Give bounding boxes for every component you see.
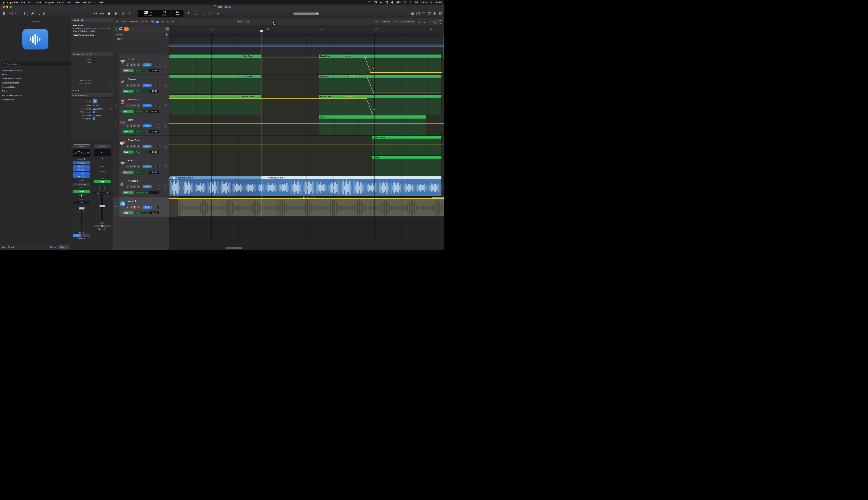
minimize-window-button[interactable] [6, 6, 8, 8]
vocal-region[interactable]: ▶4ΛVocals 1: Take 6○Vocals 2#96 [178, 196, 444, 216]
track-gain-knob[interactable] [163, 164, 168, 169]
zoom-window-button[interactable] [10, 6, 12, 8]
region-header[interactable]: ▶2ΛAcoustic 3: Take 2○ [169, 177, 261, 179]
pan-knob[interactable] [73, 194, 90, 201]
lcd-position[interactable]: 25 4 BAR BEAT [138, 10, 158, 17]
volume-readout[interactable]: -9.4 [102, 192, 111, 194]
plugin-slot[interactable]: AUMultiban [73, 168, 90, 171]
library-item[interactable]: Acoustic Guitar› [0, 85, 34, 89]
track-pan-knob[interactable] [156, 63, 160, 68]
toolbar-toggle-icon[interactable] [20, 11, 26, 16]
catch-playhead-icon[interactable] [115, 20, 119, 24]
arrange-track-lane[interactable]: Bass / Snare [169, 136, 444, 156]
solo-button[interactable]: S [129, 145, 133, 148]
menu-item[interactable]: Edit [26, 1, 34, 4]
automation-value-box[interactable]: +0.0 dB [149, 69, 159, 72]
region-header[interactable]: Bass Drum [169, 55, 261, 58]
complex-checkbox[interactable]: ✓ [93, 117, 95, 120]
horizontal-zoom-knob[interactable] [438, 20, 442, 24]
grid-view-icon[interactable] [150, 20, 155, 24]
focus-moon-icon[interactable] [391, 1, 393, 4]
arrange-area[interactable]: Bass DrumBass Drum+0.0 dB-∞BrooklynBrook… [169, 54, 444, 217]
menubar-clock[interactable]: Tue Oct 28 12:53 PM [421, 1, 442, 4]
lcd-key-signature[interactable]: 4/4 Dmaj [172, 10, 183, 17]
strip-name[interactable]: Stereo Out [94, 228, 111, 230]
note-pads-icon[interactable] [415, 11, 421, 16]
disclosure-icon[interactable]: › [121, 70, 122, 72]
duplicate-track-button[interactable] [119, 27, 122, 31]
automation-parameter-button[interactable]: Volume▾ [135, 171, 148, 174]
automation-value-box[interactable]: +0.0 dB [149, 90, 159, 92]
strip-setting-button[interactable]: Setting [94, 145, 111, 148]
track-gain-knob[interactable] [163, 63, 168, 68]
track-name[interactable]: Toms [128, 119, 133, 121]
library-item[interactable]: Drums and Percussion› [0, 68, 34, 72]
q-reference-checkbox[interactable]: ✓ [93, 111, 95, 113]
view-menu[interactable]: View▾ [141, 20, 150, 23]
automation-parameter-button[interactable]: Volume▾ [135, 110, 148, 113]
automation-mode-button[interactable]: Read▾ [123, 191, 134, 194]
strip-mute-button[interactable]: M [94, 225, 111, 227]
edit-menu[interactable]: Edit▾ [119, 20, 127, 23]
arrange-track-lane[interactable]: ▶4ΛVocals 1: Take 6○Vocals 2#96 [169, 196, 444, 217]
region-header[interactable]: Middle East [319, 95, 442, 98]
arrange-track-lane[interactable]: Hi-Hat [169, 156, 444, 176]
horizontal-scrollbar[interactable] [225, 247, 242, 249]
pan-readout[interactable]: 0.0 [94, 192, 102, 194]
flex-mode-stepper[interactable]: ▲▼ [110, 114, 111, 116]
input-monitor-button[interactable]: I [137, 124, 140, 127]
automation-parameter-button[interactable]: Volume▾ [135, 212, 148, 214]
control-center-icon[interactable] [415, 1, 418, 3]
tuner-icon[interactable] [186, 11, 192, 16]
track-header-acoustic-1[interactable]: 7Acoustic 1MSRITrack›Read▾Display off▾ [113, 176, 169, 196]
loop-icon[interactable]: ○ [321, 197, 322, 199]
track-header-toms[interactable]: 4TomsMSRITrack›Read▾Volume▾+0.0 dB [113, 115, 169, 136]
strip-name[interactable]: Vocals 1 [73, 238, 90, 240]
track-gain-knob[interactable] [163, 124, 168, 128]
region-more-disclosure[interactable]: ▸More [71, 89, 113, 92]
functions-menu[interactable]: Functions▾ [127, 20, 141, 23]
freeze-stepper[interactable]: ▲▼ [110, 108, 111, 110]
automation-mode-button[interactable]: Read▾ [123, 110, 134, 113]
scissors-icon[interactable] [201, 11, 207, 16]
disclosure-icon[interactable]: › [121, 192, 122, 194]
library-item[interactable]: Voice› [0, 72, 34, 77]
menu-item[interactable]: Record [55, 1, 66, 4]
play-button[interactable] [113, 11, 119, 16]
track-header-bass-snare[interactable]: 5Bass / SnareMSRITrack›Read▾Volume▾+0.0 … [113, 136, 169, 156]
region-header[interactable]: Brooklyn [319, 75, 442, 78]
record-enable-button[interactable]: R [133, 104, 136, 107]
channel-value[interactable]: Audio 3 [93, 104, 99, 106]
library-action-menu-icon[interactable]: ⊖▾ [2, 246, 5, 249]
audio-region[interactable]: ▶2ΛAcoustic 3: Take 2○ [261, 176, 442, 196]
region-header[interactable]: ▶2ΛAcoustic 3: Take 2○ [261, 177, 442, 179]
region-header[interactable]: Bass Drum [319, 55, 442, 58]
automation-mode-button[interactable]: Read▾ [123, 171, 134, 174]
wifi-icon[interactable] [403, 1, 407, 3]
cycle-button[interactable] [127, 11, 133, 16]
region-inspector-header[interactable]: ▾Region: Acoustic 3 [71, 52, 113, 56]
editors-pencil-icon[interactable] [41, 11, 47, 16]
tempo-lane[interactable] [169, 37, 444, 54]
record-enable-button[interactable]: R [133, 145, 136, 148]
disclosure-icon[interactable]: › [121, 212, 122, 214]
apple-menu-icon[interactable] [2, 1, 5, 4]
track-name[interactable]: Acoustic 1 [128, 180, 138, 182]
menu-item[interactable]: Mix [66, 1, 73, 4]
flex-follow-value[interactable]: • [93, 83, 93, 85]
menu-item[interactable]: Window [81, 1, 93, 4]
region-header[interactable]: Hi-Hat [373, 156, 442, 159]
bar-ruler[interactable]: 2526272829 [169, 25, 444, 33]
bounce-button[interactable]: Bnc [100, 222, 104, 224]
automation-parameter-button[interactable]: Volume▾ [135, 90, 148, 92]
menu-item[interactable]: Help [98, 1, 106, 4]
region-middle-east[interactable]: Middle East [169, 95, 261, 115]
track-alternatives-button[interactable]: Track [142, 64, 151, 67]
plugin-slot[interactable]: PitchCor [73, 161, 90, 164]
track-gain-knob[interactable] [163, 104, 168, 108]
mixer-icon[interactable] [35, 11, 41, 16]
track-header-middle-east[interactable]: 3Middle EastMSRITrack›Read▾Volume▾+0.0 d… [113, 95, 169, 115]
automation-mode-button[interactable]: Read [94, 180, 111, 183]
region-bass-drum[interactable]: Bass Drum [319, 54, 442, 74]
flex-follow-stepper[interactable]: ▲▼ [110, 83, 111, 85]
